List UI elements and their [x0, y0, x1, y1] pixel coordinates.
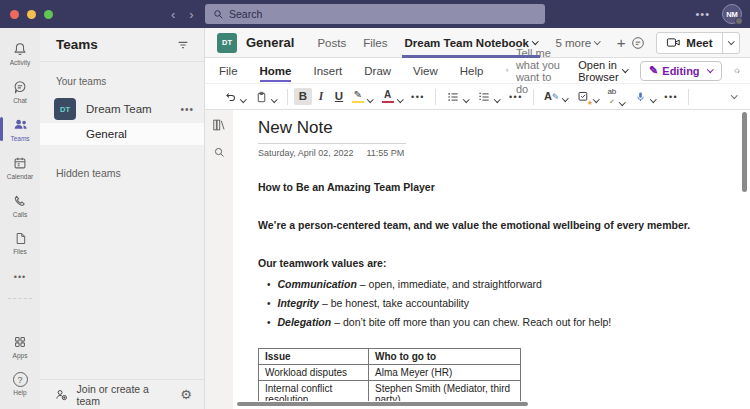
ribbon-menu-bar: File Home Insert Draw View Help Tell me … [205, 58, 750, 84]
forward-icon[interactable]: › [189, 7, 193, 22]
bullet-list-icon [446, 90, 460, 104]
hidden-teams-label[interactable]: Hidden teams [40, 145, 204, 179]
undo-button[interactable] [219, 87, 251, 107]
horizontal-scrollbar[interactable] [237, 402, 528, 406]
chevron-down-icon [463, 96, 469, 102]
sidebar-item-activity[interactable]: Activity [0, 34, 40, 72]
sidebar-item-files[interactable]: Files [0, 224, 40, 262]
paste-button[interactable] [251, 87, 282, 107]
tab-posts[interactable]: Posts [317, 28, 346, 58]
page-search-icon[interactable] [213, 146, 226, 159]
spellcheck-icon: ab ✓ [607, 87, 616, 107]
close-window-button[interactable] [10, 10, 19, 19]
menu-draw[interactable]: Draw [364, 65, 391, 77]
chevron-down-icon [707, 66, 713, 72]
sidebar-item-apps[interactable]: Apps [0, 327, 40, 365]
note-title[interactable]: New Note [258, 118, 740, 138]
open-in-browser-button[interactable]: Open in Browser [578, 59, 628, 83]
menu-help[interactable]: Help [460, 65, 484, 77]
user-avatar[interactable]: NM [722, 4, 742, 24]
table-header-issue: Issue [259, 349, 369, 365]
team-avatar: DT [54, 98, 76, 120]
bold-button[interactable]: B [294, 88, 312, 106]
tab-dream-team-notebook[interactable]: Dream Team Notebook [404, 28, 538, 58]
list-item[interactable]: Integrity – be honest, take accountabili… [258, 293, 740, 312]
more-font-options-icon[interactable]: ••• [407, 92, 429, 102]
table-row[interactable]: Internal conflict resolution Stephen Smi… [259, 381, 521, 402]
rail-more-icon[interactable]: ••• [0, 262, 40, 292]
notebooks-icon[interactable] [212, 118, 226, 132]
team-item-dream-team[interactable]: DT Dream Team ••• [40, 95, 204, 123]
numbered-list-button[interactable] [473, 87, 505, 107]
more-options-icon[interactable]: ••• [695, 8, 710, 20]
chevron-down-icon [650, 96, 656, 102]
escalation-table[interactable]: Issue Who to go to Workload disputes Alm… [258, 348, 521, 401]
main-content: DT General Posts Files Dream Team Notebo… [205, 28, 750, 409]
tag-button[interactable]: ★ [573, 87, 604, 106]
channel-item-general[interactable]: General [40, 123, 204, 145]
note-page[interactable]: New Note Saturday, April 02, 2022 11:55 … [233, 110, 740, 401]
title-underline [258, 143, 406, 144]
tab-files[interactable]: Files [363, 28, 387, 58]
your-teams-label: Your teams [40, 62, 204, 95]
menu-file[interactable]: File [219, 65, 238, 77]
font-color-button[interactable]: A [378, 87, 408, 107]
table-row[interactable]: Workload disputes Alma Meyer (HR) [259, 365, 521, 381]
menu-home[interactable]: Home [260, 65, 292, 77]
channel-title: General [246, 35, 294, 50]
menu-view[interactable]: View [413, 65, 438, 77]
help-icon: ? [13, 372, 28, 387]
bullet-list-button[interactable] [442, 87, 474, 107]
chevron-down-icon [562, 95, 568, 101]
sidebar-item-teams[interactable]: Teams [0, 110, 40, 148]
phone-icon [12, 193, 28, 209]
sidebar-item-calendar[interactable]: Calendar [0, 148, 40, 186]
back-icon[interactable]: ‹ [171, 7, 175, 22]
chat-icon [12, 79, 28, 95]
note-date: Saturday, April 02, 2022 11:55 PM [258, 148, 740, 158]
list-item[interactable]: Communication – open, immediate, and str… [258, 274, 740, 293]
join-create-team-button[interactable]: Join or create a team ⚙ [40, 379, 204, 409]
values-bullet-list: Communication – open, immediate, and str… [258, 274, 740, 331]
styles-button[interactable]: A ✎ [540, 88, 573, 105]
menu-insert[interactable]: Insert [313, 65, 342, 77]
tag-star-icon: ★ [587, 99, 593, 106]
dictate-button[interactable] [630, 87, 661, 107]
vertical-scrollbar[interactable] [742, 112, 747, 192]
highlight-button[interactable]: ✎ [348, 87, 378, 107]
chevron-down-icon [594, 38, 600, 44]
search-input[interactable]: Search [205, 4, 545, 24]
apps-grid-icon [12, 334, 28, 350]
note-intro[interactable]: We’re a person-centered team, and we val… [258, 219, 740, 231]
list-item[interactable]: Delegation – don’t bite off more than yo… [258, 312, 740, 331]
gear-icon[interactable]: ⚙ [180, 387, 192, 402]
app-rail: Activity Chat Teams Calendar Calls Files… [0, 28, 40, 409]
note-heading[interactable]: How to Be an Amazing Team Player [258, 181, 740, 193]
proofing-button[interactable]: ab ✓ [603, 84, 629, 110]
search-placeholder: Search [229, 8, 262, 20]
chevron-down-icon [240, 96, 246, 102]
editing-mode-button[interactable]: ✎ Editing [640, 61, 722, 81]
minimize-window-button[interactable] [27, 10, 36, 19]
chevron-down-icon [622, 66, 628, 72]
sidebar-item-chat[interactable]: Chat [0, 72, 40, 110]
note-canvas: New Note Saturday, April 02, 2022 11:55 … [205, 110, 750, 409]
filter-icon[interactable] [176, 38, 190, 52]
styles-icon: A [544, 91, 552, 102]
underline-button[interactable]: U [330, 88, 348, 106]
more-toolbar-options-icon[interactable]: ••• [660, 92, 682, 102]
collapse-ribbon-icon[interactable] [731, 92, 737, 98]
note-values-label[interactable]: Our teamwork values are: [258, 257, 740, 269]
more-paragraph-options-icon[interactable]: ••• [505, 92, 527, 102]
teams-icon [12, 116, 29, 133]
tab-more[interactable]: 5 more [555, 28, 600, 58]
calendar-icon [12, 155, 28, 171]
sidebar-item-help[interactable]: ? Help [0, 365, 40, 403]
chevron-down-icon [495, 96, 501, 102]
sidebar-item-calls[interactable]: Calls [0, 186, 40, 224]
italic-button[interactable]: I [312, 88, 330, 106]
maximize-window-button[interactable] [44, 10, 53, 19]
lightbulb-icon [505, 64, 509, 77]
add-tab-button[interactable]: + [617, 28, 626, 58]
team-more-icon[interactable]: ••• [180, 104, 194, 115]
